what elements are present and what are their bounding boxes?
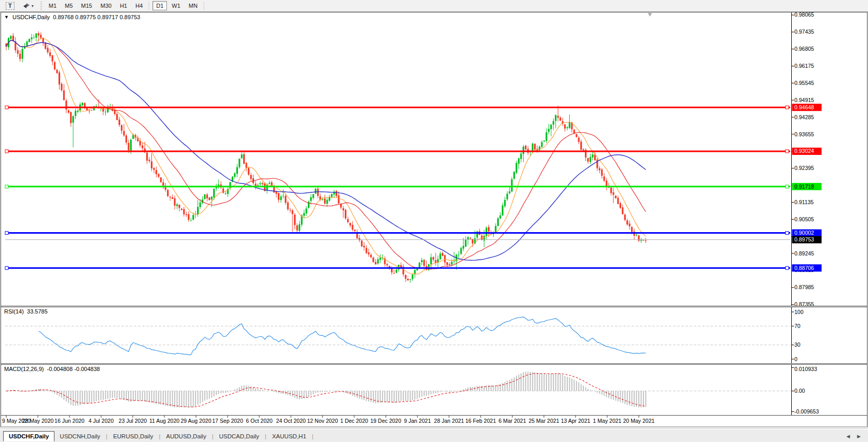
price-axis-label: 0.94915 [794, 97, 814, 103]
price-axis-label: 0.89245 [794, 250, 814, 256]
toolbar-separator [204, 2, 205, 10]
price-chart-canvas[interactable]: 0.980650.974350.968050.961750.955450.949… [1, 12, 867, 306]
price-axis-label: 0.93655 [794, 131, 814, 137]
text-tool-icon: T [6, 2, 15, 10]
price-line-label: 0.90002 [794, 230, 814, 236]
chart-tab-audusd-daily[interactable]: AUDUSD,Daily [161, 432, 211, 441]
time-axis-label: 29 Aug 2020 [181, 418, 212, 424]
time-axis-label: 9 Jan 2021 [404, 418, 431, 424]
price-axis-label: 0.92395 [794, 165, 814, 171]
price-axis-label: 0.87355 [794, 301, 814, 306]
price-axis-label: 0.94285 [794, 114, 814, 120]
arrange-tool-button[interactable]: ▾ [19, 1, 37, 10]
chart-tab-usdcnh-daily[interactable]: USDCNH,Daily [54, 432, 105, 441]
arrange-icon [23, 3, 30, 9]
timeframe-button-m30[interactable]: M30 [97, 1, 115, 10]
price-axis-label: 0.96805 [794, 46, 814, 52]
dropdown-caret-icon: ▾ [32, 4, 34, 8]
time-axis-label: 28 Jan 2021 [434, 418, 464, 424]
timeframe-button-h1[interactable]: H1 [116, 1, 131, 10]
macd-axis-label: -0.009653 [794, 408, 819, 415]
price-axis-label: 0.87985 [794, 284, 814, 290]
time-axis-label: 25 Mar 2021 [529, 418, 559, 424]
timeframe-button-m1[interactable]: M1 [45, 1, 60, 10]
macd-chart-canvas[interactable]: 0.0109330.00-0.009653 [1, 365, 867, 415]
timeframe-button-m5[interactable]: M5 [61, 1, 76, 10]
time-axis-label: 24 Oct 2020 [276, 418, 305, 424]
timeframe-button-mn[interactable]: MN [185, 1, 201, 10]
chart-window: ▼ USDCHF,Daily 0.89768 0.89775 0.89717 0… [1, 12, 867, 427]
timeframe-button-w1[interactable]: W1 [168, 1, 184, 10]
toolbar-separator [149, 2, 150, 10]
price-axis-label: 0.97435 [794, 28, 814, 35]
tab-separator: | [312, 433, 314, 439]
current-price-label: 0.89753 [794, 236, 814, 243]
tab-separator: | [159, 433, 160, 439]
price-axis-label: 0.91135 [794, 199, 814, 205]
text-tool-button[interactable]: T [2, 1, 18, 10]
tab-separator: | [265, 433, 267, 439]
timeframe-button-h4[interactable]: H4 [132, 1, 146, 10]
rsi-axis-label: 0 [794, 356, 797, 362]
rsi-chart-canvas[interactable]: 10070300 [1, 307, 867, 363]
mt4-window: T ▾ M1M5M15M30H1H4D1W1MN ▼ USDCHF,Daily … [0, 0, 868, 442]
timeframe-button-m15[interactable]: M15 [77, 1, 95, 10]
price-axis-label: 0.95545 [794, 80, 814, 86]
tab-scroll-arrows: ◀ ▶ [846, 434, 861, 439]
time-axis-label: 28 May 2020 [22, 418, 54, 424]
chart-ohlc-values: 0.89768 0.89775 0.89717 0.89753 [53, 14, 140, 20]
time-axis-label: 19 Dec 2020 [370, 418, 401, 424]
time-axis-label: 20 May 2021 [623, 418, 655, 424]
chart-tab-eurusd-daily[interactable]: EURUSD,Daily [108, 432, 158, 441]
time-axis-label: 4 Jul 2020 [89, 418, 114, 424]
price-line-label: 0.88706 [794, 265, 814, 271]
chart-tab-xauusd-h1[interactable]: XAUUSD,H1 [267, 432, 312, 441]
macd-title: MACD(12,26,9) -0.004808 -0.004838 [4, 366, 100, 372]
chart-dropdown-icon[interactable]: ▼ [4, 15, 9, 20]
rsi-axis-label: 70 [794, 323, 801, 329]
macd-name: MACD(12,26,9) [4, 366, 44, 372]
time-axis-label: 6 Mar 2021 [498, 418, 526, 424]
price-line-label: 0.93024 [794, 148, 814, 154]
toolbar-grip [40, 2, 42, 10]
price-axis-label: 0.98065 [794, 12, 814, 18]
rsi-name: RSI(14) [4, 308, 24, 315]
price-axis-label: 0.96175 [794, 63, 814, 69]
chart-tab-usdchf-daily[interactable]: USDCHF,Daily [3, 431, 54, 441]
chart-title: ▼ USDCHF,Daily 0.89768 0.89775 0.89717 0… [4, 14, 140, 20]
time-axis-label: 13 Apr 2021 [561, 418, 591, 424]
rsi-axis-label: 30 [794, 341, 801, 348]
time-axis-label: 16 Jun 2020 [54, 418, 85, 424]
price-line-label: 0.94648 [794, 104, 814, 110]
chart-tabbar: USDCHF,DailyUSDCNH,Daily|EURUSD,Daily|AU… [0, 429, 868, 442]
time-axis-label: 16 Feb 2021 [466, 418, 496, 424]
time-axis-label: 1 May 2021 [593, 418, 622, 424]
rsi-axis-label: 100 [794, 309, 804, 315]
chart-symbol-label: USDCHF,Daily [12, 14, 50, 20]
tab-scroll-right-icon[interactable]: ▶ [857, 434, 861, 439]
time-axis-label: 12 Nov 2020 [307, 418, 338, 424]
time-axis-label: 11 Aug 2020 [149, 418, 179, 424]
macd-axis-label: 0.00 [794, 388, 805, 394]
time-axis-label: 17 Sep 2020 [212, 418, 243, 424]
rsi-title: RSI(14) 33.5785 [4, 308, 48, 315]
chart-tabs: USDCHF,DailyUSDCNH,Daily|EURUSD,Daily|AU… [3, 431, 314, 441]
macd-values: -0.004808 -0.004838 [47, 366, 100, 372]
tab-separator: | [106, 433, 107, 439]
time-axis: 9 May 202028 May 202016 Jun 20204 Jul 20… [1, 415, 867, 426]
tab-separator: | [212, 433, 214, 439]
price-axis-label: 0.90505 [794, 216, 814, 222]
chart-tab-usdcad-daily[interactable]: USDCAD,Daily [214, 432, 264, 441]
timeframe-button-d1[interactable]: D1 [152, 1, 167, 10]
time-axis-label: 1 Dec 2020 [340, 418, 368, 424]
tab-scroll-left-icon[interactable]: ◀ [846, 434, 850, 439]
top-toolbar: T ▾ M1M5M15M30H1H4D1W1MN [0, 0, 868, 12]
timeframe-group: M1M5M15M30H1H4D1W1MN [45, 1, 207, 10]
time-axis-label: 6 Oct 2020 [246, 418, 273, 424]
macd-axis-label: 0.010933 [794, 366, 817, 372]
rsi-value: 33.5785 [27, 308, 48, 315]
time-axis-label: 23 Jul 2020 [119, 418, 147, 424]
price-line-label: 0.91718 [794, 183, 814, 190]
